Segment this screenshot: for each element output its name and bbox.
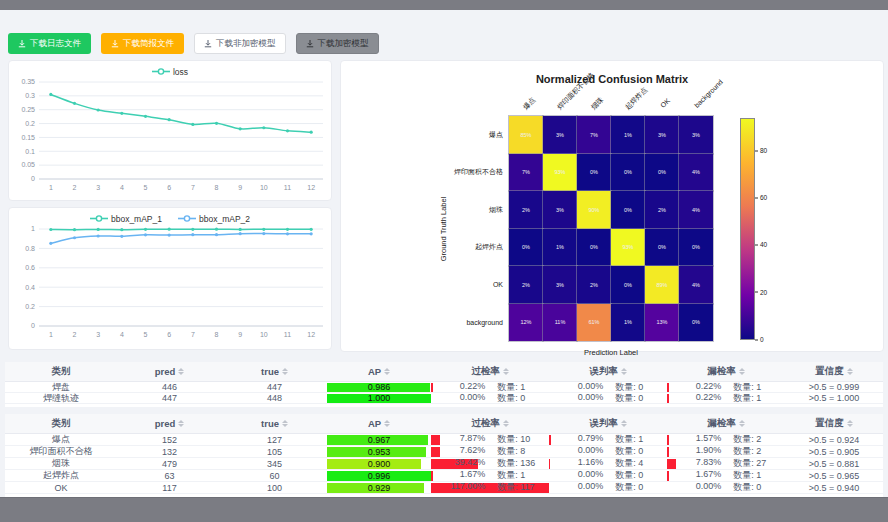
map-chart-legend: bbox_mAP_1 bbox_mAP_2 (9, 208, 331, 224)
cm-cell: 4% (679, 191, 713, 229)
sort-carets-icon (847, 368, 853, 376)
download-plain-model-button[interactable]: 下载非加密模型 (194, 33, 286, 54)
download-report-label: 下载简报文件 (123, 38, 174, 50)
cm-colorbar (741, 119, 754, 339)
table-row: 焊盘4464470.9860.22%数量: 10.00%数量: 00.22%数量… (5, 382, 883, 393)
cell-ap: 0.986 (327, 382, 431, 392)
column-header-7[interactable]: 置信度 (785, 414, 883, 433)
legend-item-bbox_mAP_2[interactable]: bbox_mAP_2 (178, 214, 250, 224)
svg-text:0.15: 0.15 (21, 134, 35, 141)
cell-category: 焊缝轨迹 (5, 393, 117, 403)
cell-rate-2: 0.00%数量: 0 (667, 482, 785, 493)
cm-cell: 93% (611, 229, 645, 267)
legend-label: bbox_mAP_2 (199, 214, 250, 224)
loss-chart-card: loss 0.350.30.250.20.150.10.050123456789… (8, 60, 332, 201)
cm-colorbar-tick: 40 (755, 241, 767, 248)
sort-carets-icon (282, 420, 288, 428)
line-series-icon (90, 214, 108, 223)
cell-rate-0: 1.67%数量: 1 (431, 470, 549, 481)
map-line-chart: 10.80.60.40.20123456789101112 (9, 224, 331, 344)
table-row: OK1171000.929117.00%数量: 1170.00%数量: 00.0… (5, 482, 883, 494)
cm-cell: 3% (543, 266, 577, 304)
legend-item-bbox_mAP_1[interactable]: bbox_mAP_1 (90, 214, 162, 224)
cell-true: 345 (222, 458, 327, 469)
cm-cell: 7% (509, 154, 543, 192)
cell-true: 448 (222, 393, 327, 403)
svg-text:8: 8 (215, 184, 219, 191)
cell-rate-0: 0.22%数量: 1 (431, 382, 549, 392)
column-header-2[interactable]: true (222, 362, 327, 381)
cm-y-axis-label: Ground Truth Label (439, 196, 448, 261)
cm-cell: 0% (645, 154, 679, 192)
table-row: 焊印面积不合格1321050.9537.62%数量: 80.00%数量: 01.… (5, 446, 883, 458)
cell-category: 焊盘 (5, 382, 117, 392)
column-header-7[interactable]: 置信度 (785, 362, 883, 381)
column-header-6[interactable]: 漏检率 (667, 362, 785, 381)
cm-cell: 1% (543, 229, 577, 267)
cell-pred: 63 (117, 470, 222, 481)
column-header-6[interactable]: 漏检率 (667, 414, 785, 433)
svg-text:3: 3 (96, 184, 100, 191)
sort-carets-icon (621, 368, 627, 376)
cm-col-label: OK (659, 97, 671, 109)
svg-text:9: 9 (238, 331, 242, 338)
svg-text:0.1: 0.1 (25, 148, 35, 155)
table-header-row: 类别predtrueAP过检率误判率漏检率置信度 (5, 362, 883, 382)
download-report-button[interactable]: 下载简报文件 (101, 33, 184, 54)
window-top-frame (0, 0, 888, 10)
cell-rate-1: 0.00%数量: 0 (549, 482, 667, 493)
column-header-1[interactable]: pred (117, 414, 222, 433)
cell-ap: 1.000 (327, 393, 431, 403)
loss-line-chart: 0.350.30.250.20.150.10.05012345678910111… (9, 77, 331, 197)
column-header-1[interactable]: pred (117, 362, 222, 381)
sort-carets-icon (847, 420, 853, 428)
column-header-5[interactable]: 误判率 (549, 414, 667, 433)
cm-row-label: 焊印面积不合格 (385, 154, 503, 192)
cell-ap: 0.996 (327, 470, 431, 481)
column-header-2[interactable]: true (222, 414, 327, 433)
cm-cell: 93% (543, 154, 577, 192)
cell-pred: 117 (117, 482, 222, 493)
cm-col-label: background (693, 78, 724, 109)
cell-category: 爆点 (5, 434, 117, 445)
svg-text:4: 4 (120, 184, 124, 191)
column-header-3[interactable]: AP (327, 414, 431, 433)
sort-carets-icon (282, 368, 288, 376)
download-log-button[interactable]: 下载日志文件 (8, 33, 91, 54)
download-icon (204, 40, 212, 48)
column-header-3[interactable]: AP (327, 362, 431, 381)
svg-text:10: 10 (260, 184, 268, 191)
column-header-label: pred (155, 366, 176, 377)
cm-row-label: background (385, 304, 503, 342)
column-header-label: 类别 (52, 417, 71, 430)
column-header-label: true (261, 366, 279, 377)
download-encrypted-model-button[interactable]: 下载加密模型 (296, 33, 379, 54)
column-header-4[interactable]: 过检率 (431, 414, 549, 433)
confusion-matrix-card: Normalized Confusion Matrix 85%3%7%1%3%3… (340, 60, 884, 352)
cell-pred: 132 (117, 446, 222, 457)
column-header-5[interactable]: 误判率 (549, 362, 667, 381)
column-header-label: pred (155, 418, 176, 429)
sort-carets-icon (503, 368, 509, 376)
cell-true: 127 (222, 434, 327, 445)
cell-confidence: >0.5 = 0.965 (785, 470, 883, 481)
column-header-label: 置信度 (815, 365, 844, 378)
cell-true: 447 (222, 382, 327, 392)
cm-cell: 61% (577, 304, 611, 342)
cell-rate-2: 1.57%数量: 2 (667, 434, 785, 445)
legend-item-loss[interactable]: loss (152, 67, 188, 77)
svg-text:2: 2 (73, 184, 77, 191)
svg-text:11: 11 (284, 184, 291, 191)
svg-text:0.3: 0.3 (25, 92, 35, 99)
legend-label: bbox_mAP_1 (111, 214, 162, 224)
sort-carets-icon (384, 420, 390, 428)
column-header-4[interactable]: 过检率 (431, 362, 549, 381)
column-header-label: 误判率 (589, 365, 618, 378)
dashboard-content: 下载日志文件 下载简报文件 下载非加密模型 下载加密模型 loss 0.350.… (0, 10, 888, 497)
cm-cell: 1% (611, 304, 645, 342)
column-header-label: AP (368, 366, 381, 377)
cell-rate-2: 1.67%数量: 1 (667, 470, 785, 481)
table-row: 烟珠4793450.90039.42%数量: 1361.16%数量: 47.83… (5, 458, 883, 470)
svg-text:0.2: 0.2 (25, 303, 35, 310)
cell-rate-1: 0.00%数量: 0 (549, 393, 667, 403)
